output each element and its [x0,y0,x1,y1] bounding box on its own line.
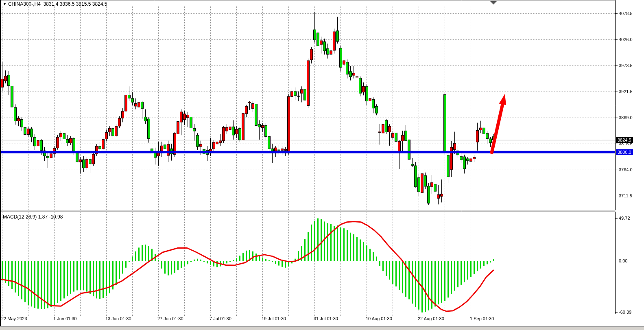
macd-axis-label: 49.72 [619,215,630,221]
time-axis-label: 13 Jun 01:30 [105,316,131,321]
time-axis-label: 1 Jun 01:30 [53,316,77,321]
price-axis-label: 3869.0 [619,115,633,120]
time-axis-label: 22 Aug 01:30 [418,316,444,321]
price-axis-label: 3816.5 [619,141,633,146]
time-axis-label: 19 Jul 01:30 [262,316,286,321]
price-axis-label: 3800.0 [616,149,633,155]
time-axis-label: 7 Jul 01:30 [210,316,231,321]
chart-window: ▼CHINA300-,H4 3831.4 3836.5 3815.5 3824.… [0,0,644,330]
price-axis-label: 3973.5 [619,63,633,68]
time-axis-label: 31 Jul 01:30 [314,316,338,321]
price-axis-label: 3711.5 [619,193,632,199]
time-axis-label: 27 Jun 01:30 [157,316,183,321]
symbol-dropdown-icon[interactable]: ▼ [3,2,7,6]
price-axis-label: 3921.5 [619,89,633,94]
macd-axis-label: -60.39 [619,309,631,315]
symbol-timeframe-label: CHINA300-,H4 [8,1,41,7]
time-axis-label: 22 May 2023 [1,316,27,321]
macd-indicator-label: MACD(12,26,9) 1.87 -10.98 [3,214,63,220]
ohlc-values: 3831.4 3836.5 3815.5 3824.5 [44,1,107,7]
price-axis-label: 4078.5 [619,11,633,16]
price-axis-label: 3764.0 [619,167,633,173]
time-axis-label: 1 Sep 01:30 [470,316,494,321]
price-axis-label: 4026.0 [619,37,633,42]
chart-title: ▼CHINA300-,H4 3831.4 3836.5 3815.5 3824.… [3,1,107,7]
macd-axis-label: 0.00 [619,258,627,264]
price-chart-canvas[interactable] [0,0,644,330]
time-axis-label: 10 Aug 01:30 [366,316,392,321]
window-bottom-strip [0,326,644,330]
